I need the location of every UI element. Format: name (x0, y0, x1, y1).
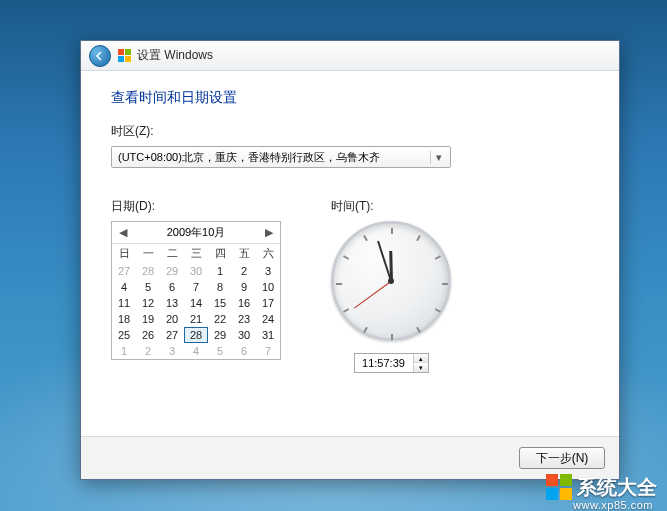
calendar-day[interactable]: 21 (184, 311, 208, 327)
calendar-day[interactable]: 18 (112, 311, 136, 327)
clock-tick (336, 283, 342, 285)
calendar-day[interactable]: 30 (184, 263, 208, 279)
clock-tick (363, 235, 368, 241)
calendar-day[interactable]: 27 (160, 327, 184, 343)
calendar-day[interactable]: 30 (232, 327, 256, 343)
clock-tick (391, 228, 393, 234)
calendar: ◀ 2009年10月 ▶ 日一二三四五六 2728293012345678910… (111, 221, 281, 360)
calendar-day[interactable]: 23 (232, 311, 256, 327)
setup-dialog: 设置 Windows 查看时间和日期设置 时区(Z): (UTC+08:00)北… (80, 40, 620, 480)
calendar-day[interactable]: 4 (112, 279, 136, 295)
calendar-dow: 一 (136, 244, 160, 263)
calendar-day[interactable]: 26 (136, 327, 160, 343)
calendar-day[interactable]: 17 (256, 295, 280, 311)
time-spinner[interactable]: ▴ ▾ (354, 353, 429, 373)
calendar-day[interactable]: 6 (160, 279, 184, 295)
calendar-day[interactable]: 2 (136, 343, 160, 359)
calendar-day[interactable]: 1 (112, 343, 136, 359)
calendar-day[interactable]: 5 (136, 279, 160, 295)
calendar-day[interactable]: 28 (184, 327, 208, 343)
calendar-day[interactable]: 5 (208, 343, 232, 359)
timezone-selected-value: (UTC+08:00)北京，重庆，香港特别行政区，乌鲁木齐 (118, 150, 380, 165)
back-arrow-icon (95, 51, 105, 61)
calendar-day[interactable]: 15 (208, 295, 232, 311)
calendar-day[interactable]: 3 (256, 263, 280, 279)
watermark: 系统大全 (545, 473, 657, 501)
calendar-day[interactable]: 16 (232, 295, 256, 311)
second-hand (353, 281, 391, 309)
calendar-day[interactable]: 2 (232, 263, 256, 279)
next-button[interactable]: 下一步(N) (519, 447, 605, 469)
timezone-select[interactable]: (UTC+08:00)北京，重庆，香港特别行政区，乌鲁木齐 ▾ (111, 146, 451, 168)
titlebar-text: 设置 Windows (137, 47, 213, 64)
dropdown-arrow-icon: ▾ (430, 151, 446, 164)
calendar-day[interactable]: 13 (160, 295, 184, 311)
clock-tick (363, 327, 368, 333)
calendar-day[interactable]: 12 (136, 295, 160, 311)
time-input[interactable] (355, 357, 413, 369)
calendar-day[interactable]: 10 (256, 279, 280, 295)
calendar-day[interactable]: 11 (112, 295, 136, 311)
calendar-day[interactable]: 8 (208, 279, 232, 295)
calendar-day[interactable]: 4 (184, 343, 208, 359)
calendar-month-title: 2009年10月 (130, 225, 262, 240)
calendar-dow: 日 (112, 244, 136, 263)
watermark-text: 系统大全 (577, 474, 657, 501)
content-area: 查看时间和日期设置 时区(Z): (UTC+08:00)北京，重庆，香港特别行政… (81, 71, 619, 436)
calendar-dow: 六 (256, 244, 280, 263)
clock-tick (435, 255, 441, 260)
titlebar: 设置 Windows (81, 41, 619, 71)
calendar-day[interactable]: 29 (208, 327, 232, 343)
calendar-day[interactable]: 22 (208, 311, 232, 327)
calendar-day[interactable]: 7 (184, 279, 208, 295)
calendar-dow: 三 (184, 244, 208, 263)
clock-tick (416, 327, 421, 333)
clock-tick (343, 308, 349, 313)
prev-month-button[interactable]: ◀ (116, 226, 130, 239)
watermark-url: www.xp85.com (573, 499, 653, 511)
calendar-day[interactable]: 27 (112, 263, 136, 279)
calendar-day[interactable]: 25 (112, 327, 136, 343)
calendar-dow: 四 (208, 244, 232, 263)
timezone-label: 时区(Z): (111, 123, 589, 140)
clock-center-icon (388, 278, 394, 284)
page-title: 查看时间和日期设置 (111, 89, 589, 107)
calendar-day[interactable]: 6 (232, 343, 256, 359)
calendar-day[interactable]: 3 (160, 343, 184, 359)
calendar-day[interactable]: 1 (208, 263, 232, 279)
clock-tick (435, 308, 441, 313)
windows-icon (117, 49, 131, 63)
calendar-dow: 二 (160, 244, 184, 263)
back-button[interactable] (89, 45, 111, 67)
calendar-day[interactable]: 7 (256, 343, 280, 359)
watermark-logo-icon (545, 473, 573, 501)
time-label: 时间(T): (331, 198, 451, 215)
calendar-day[interactable]: 19 (136, 311, 160, 327)
date-label: 日期(D): (111, 198, 281, 215)
clock-tick (343, 255, 349, 260)
time-spin-up-button[interactable]: ▴ (414, 354, 428, 363)
clock-tick (442, 283, 448, 285)
calendar-day[interactable]: 31 (256, 327, 280, 343)
next-month-button[interactable]: ▶ (262, 226, 276, 239)
calendar-day[interactable]: 9 (232, 279, 256, 295)
calendar-day[interactable]: 24 (256, 311, 280, 327)
time-spin-down-button[interactable]: ▾ (414, 363, 428, 372)
dialog-footer: 下一步(N) (81, 436, 619, 479)
calendar-day[interactable]: 20 (160, 311, 184, 327)
calendar-day[interactable]: 29 (160, 263, 184, 279)
calendar-day[interactable]: 28 (136, 263, 160, 279)
calendar-day[interactable]: 14 (184, 295, 208, 311)
calendar-dow: 五 (232, 244, 256, 263)
clock-tick (416, 235, 421, 241)
analog-clock (331, 221, 451, 341)
clock-tick (391, 334, 393, 340)
